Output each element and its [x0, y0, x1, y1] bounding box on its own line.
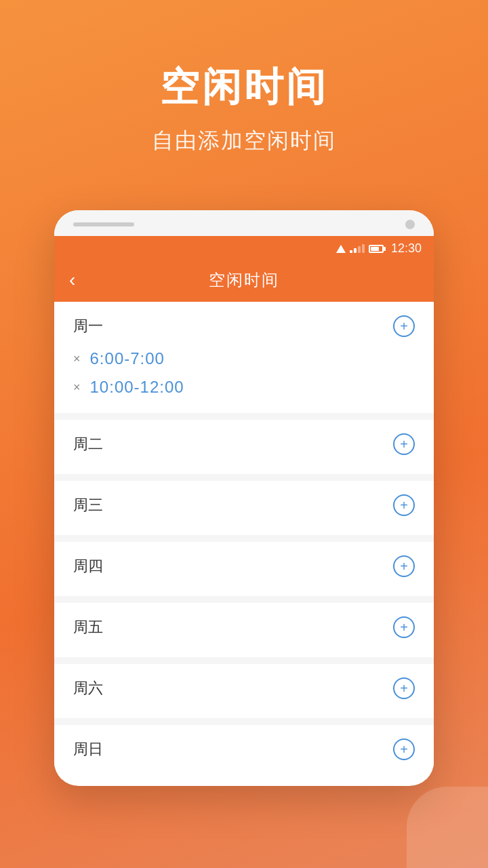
add-button-thursday[interactable]: + — [393, 555, 415, 577]
app-header: ‹ 空闲时间 — [54, 258, 434, 302]
day-label-tuesday: 周二 — [73, 434, 103, 454]
page-main-title: 空闲时间 — [0, 61, 488, 114]
time-range-monday-1: 10:00-12:00 — [90, 378, 184, 397]
day-header-saturday: 周六 + — [73, 677, 415, 705]
day-label-saturday: 周六 — [73, 678, 103, 698]
day-label-wednesday: 周三 — [73, 495, 103, 515]
add-button-friday[interactable]: + — [393, 616, 415, 638]
time-slot-monday-1: × 10:00-12:00 — [73, 371, 415, 399]
add-button-sunday[interactable]: + — [393, 738, 415, 760]
bottom-decoration — [407, 787, 488, 868]
day-section-friday: 周五 + — [54, 603, 434, 657]
day-header-thursday: 周四 + — [73, 555, 415, 583]
page-sub-title: 自由添加空闲时间 — [0, 126, 488, 156]
day-label-thursday: 周四 — [73, 556, 103, 576]
back-button[interactable]: ‹ — [69, 269, 75, 291]
phone-notch — [73, 222, 134, 226]
day-section-saturday: 周六 + — [54, 664, 434, 718]
day-header-sunday: 周日 + — [73, 738, 415, 766]
day-label-friday: 周五 — [73, 617, 103, 637]
time-range-monday-0: 6:00-7:00 — [90, 349, 165, 368]
app-header-title: 空闲时间 — [209, 269, 279, 291]
phone-top-bar — [54, 210, 434, 236]
day-header-friday: 周五 + — [73, 616, 415, 644]
day-header-tuesday: 周二 + — [73, 433, 415, 460]
remove-button-monday-0[interactable]: × — [73, 352, 81, 366]
add-button-wednesday[interactable]: + — [393, 494, 415, 516]
phone-camera — [405, 220, 415, 229]
add-button-tuesday[interactable]: + — [393, 433, 415, 455]
status-time: 12:30 — [391, 241, 422, 256]
add-button-saturday[interactable]: + — [393, 677, 415, 699]
phone-mockup: 12:30 ‹ 空闲时间 周一 + × 6:00-7:00 × 10:00-12… — [54, 210, 434, 786]
day-section-thursday: 周四 + — [54, 542, 434, 596]
status-icons — [336, 244, 386, 253]
day-section-wednesday: 周三 + — [54, 481, 434, 535]
status-bar: 12:30 — [54, 236, 434, 258]
day-section-sunday: 周日 + — [54, 725, 434, 779]
remove-button-monday-1[interactable]: × — [73, 380, 81, 395]
wifi-icon — [336, 245, 346, 253]
add-button-monday[interactable]: + — [393, 315, 415, 337]
day-label-sunday: 周日 — [73, 739, 103, 760]
day-section-tuesday: 周二 + — [54, 420, 434, 474]
day-label-monday: 周一 — [73, 316, 103, 336]
signal-icon — [350, 244, 365, 253]
time-slot-monday-0: × 6:00-7:00 — [73, 342, 415, 371]
content-area: 周一 + × 6:00-7:00 × 10:00-12:00 周二 + 周三 + — [54, 302, 434, 779]
day-header-wednesday: 周三 + — [73, 494, 415, 521]
battery-icon — [369, 245, 386, 253]
day-section-monday: 周一 + × 6:00-7:00 × 10:00-12:00 — [54, 302, 434, 413]
day-header-monday: 周一 + — [73, 315, 415, 342]
